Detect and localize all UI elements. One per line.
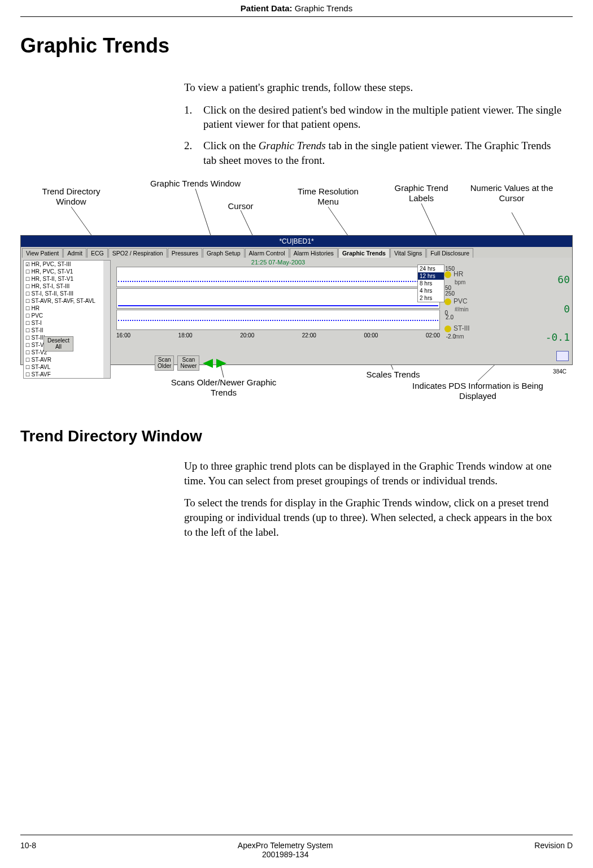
trend-dir-item[interactable]: HR, PVC, ST-V1 [24,268,110,275]
tab-full-disclosure[interactable]: Full Disclosure [426,248,473,258]
svg-line-1 [195,189,218,235]
footer-center: ApexPro Telemetry System 2001989-134 [36,841,534,859]
footer-rule [20,835,573,835]
svg-line-5 [512,212,540,235]
x-tick: 16:00 [116,332,130,338]
tab-alarm-histories[interactable]: Alarm Histories [290,248,338,258]
trend-plot-1[interactable] [116,267,440,287]
svg-line-8 [478,365,500,381]
x-tick: 00:00 [364,332,378,338]
step-2: 2. Click on the Graphic Trends tab in th… [184,138,563,167]
trend-dir-item[interactable]: HR, PVC, ST-III [24,261,110,268]
tab-alarm-control[interactable]: Alarm Control [245,248,289,258]
time-resolution-option[interactable]: 4 hrs [418,287,444,294]
callout-scans: Scans Older/Newer Graphic Trends [167,377,280,398]
tab-graphic-trends[interactable]: Graphic Trends [338,248,390,258]
paragraph-2: Up to three graphic trend plots can be d… [184,459,563,488]
header-rule [20,16,573,17]
trend-dir-item[interactable]: ST-I, ST-II, ST-III [24,290,110,297]
trend-directory-listbox[interactable]: HR, PVC, ST-IIIHR, PVC, ST-V1HR, ST-II, … [23,260,111,379]
trend-dir-item[interactable]: HR, ST-I, ST-III [24,283,110,290]
header-subsection: Graphic Trends [292,3,352,13]
x-axis-labels: 16:0018:0020:0022:0000:0002:00 [116,332,440,338]
svg-line-4 [421,203,450,235]
trend-label-hr: HRbpm [444,270,465,286]
callout-scales: Scales Trends [348,370,438,380]
svg-line-2 [241,210,263,235]
callout-cursor: Cursor [218,201,263,211]
trend-dir-item[interactable]: PVC [24,312,110,319]
x-tick: 02:00 [426,332,440,338]
alarm-icon[interactable] [444,298,451,305]
subsection-title: Trend Directory Window [20,427,573,445]
callout-trend-directory: Trend Directory Window [32,186,111,207]
alarm-icon[interactable] [444,271,451,278]
callout-trend-labels: Graphic Trend Labels [385,183,458,203]
callout-pds: Indicates PDS Information is Being Displ… [404,381,551,401]
callout-graphic-trends-window: Graphic Trends Window [139,179,252,189]
trend-label-st3: ST-IIImm [444,324,470,340]
time-resolution-option[interactable]: 24 hrs [418,265,444,272]
window-titlebar: *CU|BED1* [21,236,572,247]
tab-graph-setup[interactable]: Graph Setup [203,248,245,258]
svg-line-7 [382,365,393,370]
tab-view-patient[interactable]: View Patient [22,248,63,258]
cursor-values-panel: 60 0 -0.1 [533,258,572,354]
time-resolution-option[interactable]: 2 hrs [418,294,444,302]
x-tick: 20:00 [240,332,254,338]
trend-dir-item[interactable]: HR, ST-II, ST-V1 [24,275,110,283]
trend-plot-2[interactable] [116,288,440,309]
tab-admit[interactable]: Admit [63,248,86,258]
steps-list: 1. Click on the desired patient's bed wi… [184,103,563,168]
trend-dir-item[interactable]: ST-AVR, ST-AVF, ST-AVL [24,297,110,305]
trend-plot-3[interactable] [116,310,440,330]
tab-spo2-respiration[interactable]: SPO2 / Respiration [108,248,167,258]
step-2-text: Click on the Graphic Trends tab in the s… [203,138,563,167]
alarm-icon[interactable] [444,326,451,332]
svg-line-0 [71,207,99,235]
step-2-num: 2. [184,138,203,167]
timestamp-label: 21:25 07-May-2003 [116,259,440,266]
x-tick: 18:00 [178,332,193,338]
x-tick: 22:00 [302,332,316,338]
screenshot-graphic-trends: *CU|BED1* View PatientAdmitECGSPO2 / Res… [20,235,573,365]
page-footer: 10-8 ApexPro Telemetry System 2001989-13… [20,841,573,859]
page-header: Patient Data: Graphic Trends [20,0,573,13]
trend-label-pvc: PVC#/min [444,297,468,313]
deselect-all-button[interactable]: Deselect All [43,336,73,351]
scrollbar[interactable] [103,261,110,378]
callout-numeric-values: Numeric Values at the Cursor [469,183,554,203]
time-resolution-option[interactable]: 8 hrs [418,280,444,287]
tab-bar: View PatientAdmitECGSPO2 / RespirationPr… [21,247,572,258]
tab-vital-signs[interactable]: Vital Signs [390,248,426,258]
svg-line-3 [328,207,359,235]
time-resolution-dropdown[interactable]: 24 hrs12 hrs8 hrs4 hrs2 hrs [417,264,444,302]
trend-dir-item[interactable]: ST-II [24,327,110,334]
trend-dir-item[interactable]: HR [24,305,110,312]
section-title: Graphic Trends [20,34,573,58]
header-section: Patient Data: [241,3,293,13]
trend-labels-panel: HRbpm PVC#/min ST-IIImm [442,258,533,354]
time-resolution-option[interactable]: 12 hrs [418,272,444,280]
trend-dir-item[interactable]: ST-I [24,319,110,327]
pds-icon [556,351,569,361]
footer-revision: Revision D [534,841,573,859]
tab-pressures[interactable]: Pressures [168,248,202,258]
trend-dir-item[interactable]: ST-AVR [24,356,110,363]
step-1-text: Click on the desired patient's bed windo… [203,103,563,132]
paragraph-3: To select the trends for display in the … [184,496,563,539]
plot-area: 21:25 07-May-2003 16:0018:0020:0022:0000… [114,258,442,354]
tab-ecg[interactable]: ECG [87,248,108,258]
footer-page-number: 10-8 [20,841,36,859]
callouts-top: Trend Directory Window Graphic Trends Wi… [20,179,573,235]
cursor-value-2: 0 [564,303,570,315]
cursor-value-3: -0.1 [546,331,570,343]
callouts-bottom: Scans Older/Newer Graphic Trends Scales … [20,365,573,410]
intro-paragraph: To view a patient's graphic trends, foll… [184,80,563,95]
cursor-value-1: 60 [557,274,570,285]
step-1: 1. Click on the desired patient's bed wi… [184,103,563,132]
step-1-num: 1. [184,103,203,132]
callout-time-resolution: Time Resolution Menu [289,186,368,207]
svg-line-6 [218,365,224,377]
